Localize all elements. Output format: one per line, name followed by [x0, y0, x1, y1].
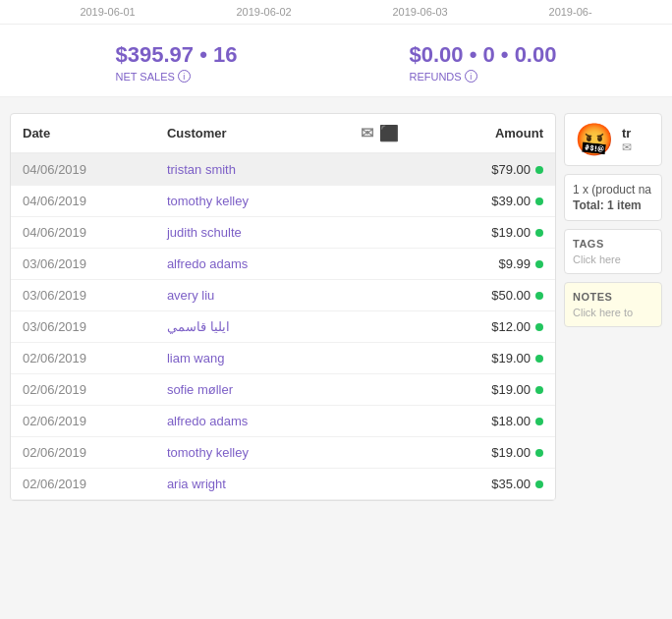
row-date: 02/06/2019: [11, 437, 155, 469]
row-date: 04/06/2019: [11, 217, 155, 249]
net-sales-value: $395.97 • 16: [116, 42, 238, 68]
date-label-4: 2019-06-: [549, 6, 592, 18]
table-row[interactable]: 03/06/2019ايليا قاسمي$12.00: [11, 311, 555, 343]
status-dot: [535, 386, 543, 394]
row-customer[interactable]: judith schulte: [155, 217, 329, 249]
order-item: 1 x (product na: [573, 183, 653, 197]
status-dot: [535, 292, 543, 300]
row-customer[interactable]: tristan smith: [155, 153, 329, 186]
net-sales-label: NET SALES i: [116, 70, 238, 83]
table-header-row: Date Customer ✉ ⬛ Amount: [11, 114, 555, 153]
row-customer[interactable]: avery liu: [155, 280, 329, 311]
status-dot: [535, 418, 543, 425]
row-date: 03/06/2019: [11, 311, 155, 343]
export-header-icon[interactable]: ⬛: [379, 124, 399, 142]
refunds-section: $0.00 • 0 • 0.00 REFUNDS i: [409, 42, 556, 83]
customer-email-icon: ✉: [622, 141, 632, 154]
customer-avatar: 🤬: [575, 124, 614, 155]
row-customer[interactable]: aria wright: [155, 469, 329, 500]
row-amount: $19.00: [430, 343, 555, 374]
table-row[interactable]: 02/06/2019tomothy kelley$19.00: [11, 437, 555, 469]
tags-click-here[interactable]: Click here: [573, 253, 653, 265]
status-dot: [535, 449, 543, 457]
notes-click-here[interactable]: Click here to: [573, 307, 653, 318]
row-date: 03/06/2019: [11, 249, 155, 280]
row-customer[interactable]: tomothy kelley: [155, 186, 329, 217]
net-sales-info-icon[interactable]: i: [178, 70, 191, 83]
row-icons: [329, 153, 431, 186]
right-panel: 🤬 tr ✉ 1 x (product na Total: 1 item TAG…: [564, 113, 662, 501]
row-amount: $35.00: [430, 469, 555, 500]
row-icons: [329, 280, 431, 311]
row-amount: $19.00: [430, 374, 555, 406]
status-dot: [535, 166, 543, 174]
customer-info: tr ✉: [622, 126, 632, 154]
notes-title: NOTES: [573, 291, 653, 303]
row-customer[interactable]: alfredo adams: [155, 406, 329, 437]
row-amount: $79.00: [430, 153, 555, 186]
date-axis: 2019-06-01 2019-06-02 2019-06-03 2019-06…: [0, 0, 672, 25]
row-icons: [329, 249, 431, 280]
row-customer[interactable]: sofie møller: [155, 374, 329, 406]
status-dot: [535, 323, 543, 331]
summary-bar: $395.97 • 16 NET SALES i $0.00 • 0 • 0.0…: [0, 25, 672, 97]
row-date: 02/06/2019: [11, 469, 155, 500]
table-row[interactable]: 02/06/2019liam wang$19.00: [11, 343, 555, 374]
tags-title: TAGS: [573, 238, 653, 250]
row-amount: $19.00: [430, 217, 555, 249]
table-row[interactable]: 03/06/2019alfredo adams$9.99: [11, 249, 555, 280]
refunds-value: $0.00 • 0 • 0.00: [409, 42, 556, 68]
date-label-3: 2019-06-03: [392, 6, 447, 18]
date-label-2: 2019-06-02: [236, 6, 291, 18]
row-date: 03/06/2019: [11, 280, 155, 311]
refunds-label: REFUNDS i: [409, 70, 556, 83]
row-customer[interactable]: tomothy kelley: [155, 437, 329, 469]
table-row[interactable]: 02/06/2019aria wright$35.00: [11, 469, 555, 500]
status-dot: [535, 260, 543, 268]
row-customer[interactable]: alfredo adams: [155, 249, 329, 280]
row-amount: $12.00: [430, 311, 555, 343]
table-row[interactable]: 04/06/2019judith schulte$19.00: [11, 217, 555, 249]
row-amount: $18.00: [430, 406, 555, 437]
row-date: 02/06/2019: [11, 406, 155, 437]
date-label-1: 2019-06-01: [80, 6, 135, 18]
tags-section[interactable]: TAGS Click here: [564, 229, 662, 274]
row-icons: [329, 406, 431, 437]
row-customer[interactable]: liam wang: [155, 343, 329, 374]
net-sales-section: $395.97 • 16 NET SALES i: [116, 42, 238, 83]
row-icons: [329, 311, 431, 343]
row-date: 04/06/2019: [11, 153, 155, 186]
order-detail-card: 1 x (product na Total: 1 item: [564, 174, 662, 221]
row-icons: [329, 437, 431, 469]
row-amount: $9.99: [430, 249, 555, 280]
order-total: Total: 1 item: [573, 198, 653, 212]
status-dot: [535, 197, 543, 205]
row-amount: $50.00: [430, 280, 555, 311]
table-row[interactable]: 03/06/2019avery liu$50.00: [11, 280, 555, 311]
status-dot: [535, 480, 543, 488]
table-row[interactable]: 02/06/2019sofie møller$19.00: [11, 374, 555, 406]
row-amount: $19.00: [430, 437, 555, 469]
status-dot: [535, 355, 543, 363]
customer-column-header: Customer: [155, 114, 329, 153]
notes-section[interactable]: NOTES Click here to: [564, 282, 662, 327]
table-row[interactable]: 02/06/2019alfredo adams$18.00: [11, 406, 555, 437]
row-date: 04/06/2019: [11, 186, 155, 217]
row-date: 02/06/2019: [11, 343, 155, 374]
status-dot: [535, 229, 543, 237]
customer-card: 🤬 tr ✉: [564, 113, 662, 166]
row-amount: $39.00: [430, 186, 555, 217]
row-customer[interactable]: ايليا قاسمي: [155, 311, 329, 343]
row-icons: [329, 343, 431, 374]
date-column-header: Date: [11, 114, 155, 153]
refunds-info-icon[interactable]: i: [465, 70, 477, 83]
table-row[interactable]: 04/06/2019tristan smith$79.00: [11, 153, 555, 186]
email-header-icon[interactable]: ✉: [361, 124, 373, 142]
row-icons: [329, 374, 431, 406]
amount-column-header: Amount: [430, 114, 555, 153]
customer-name-short: tr: [622, 126, 632, 141]
table-row[interactable]: 04/06/2019tomothy kelley$39.00: [11, 186, 555, 217]
orders-panel: Date Customer ✉ ⬛ Amount 04/06/2019trist…: [10, 113, 556, 501]
row-icons: [329, 469, 431, 500]
orders-table: Date Customer ✉ ⬛ Amount 04/06/2019trist…: [11, 114, 555, 500]
